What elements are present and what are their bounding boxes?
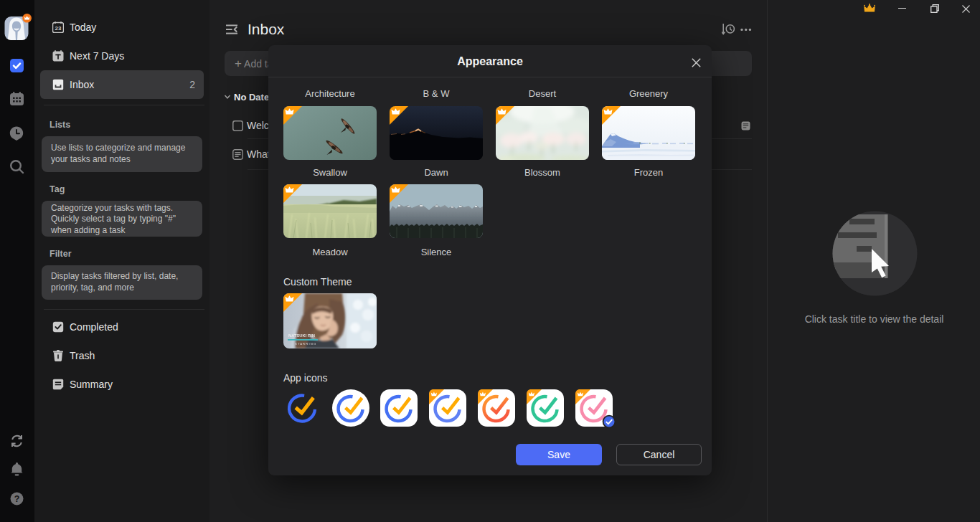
svg-text:S T A R R I N G: S T A R R I N G: [295, 342, 316, 346]
svg-text:NATSUKI RIN: NATSUKI RIN: [288, 333, 315, 338]
svg-text:23: 23: [55, 25, 62, 32]
svg-text:?: ?: [14, 494, 20, 504]
